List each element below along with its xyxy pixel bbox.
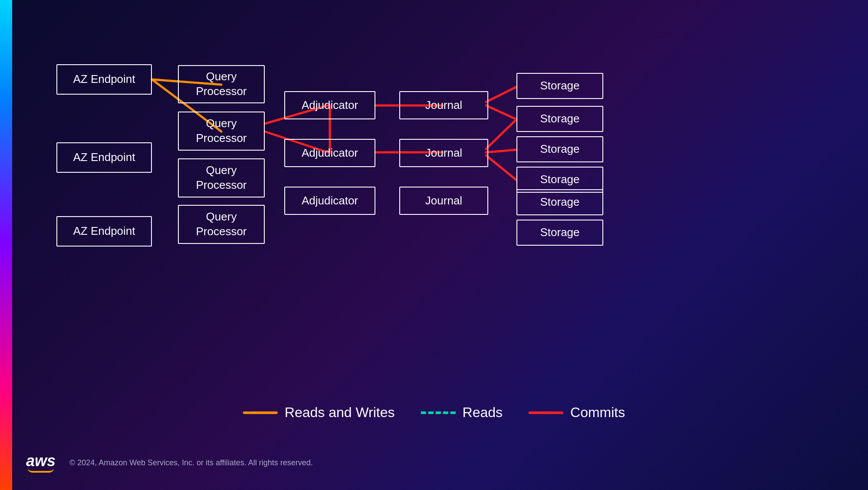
storage-6: Storage xyxy=(516,220,603,246)
reads-label: Reads xyxy=(463,404,503,421)
aws-text: aws xyxy=(26,452,56,470)
journal-2: Journal xyxy=(399,139,488,167)
legend-reads: Reads xyxy=(421,404,503,421)
query-processor-2: QueryProcessor xyxy=(178,112,265,151)
query-processor-4: QueryProcessor xyxy=(178,205,265,244)
legend-reads-writes: Reads and Writes xyxy=(243,404,395,421)
adjudicator-3: Adjudicator xyxy=(284,187,375,215)
az-endpoint-3: AZ Endpoint xyxy=(56,216,152,247)
az-endpoint-2: AZ Endpoint xyxy=(56,142,152,173)
storage-2: Storage xyxy=(516,106,603,132)
commits-line xyxy=(529,411,563,414)
adjudicator-1: Adjudicator xyxy=(284,91,375,119)
journal-1: Journal xyxy=(399,91,488,119)
svg-line-7 xyxy=(486,87,516,102)
az-endpoint-1: AZ Endpoint xyxy=(56,64,152,95)
storage-3: Storage xyxy=(516,136,603,162)
svg-line-8 xyxy=(486,105,516,119)
adjudicator-2: Adjudicator xyxy=(284,139,375,167)
copyright-text: © 2024, Amazon Web Services, Inc. or its… xyxy=(69,458,313,467)
journal-3: Journal xyxy=(399,187,488,215)
svg-line-11 xyxy=(486,155,516,180)
storage-4: Storage xyxy=(516,167,603,193)
reads-line xyxy=(421,411,456,414)
storage-5: Storage xyxy=(516,189,603,215)
aws-logo: aws xyxy=(26,452,56,473)
query-processor-1: QueryProcessor xyxy=(178,65,265,103)
reads-writes-line xyxy=(243,411,278,414)
commits-label: Commits xyxy=(570,404,625,421)
legend: Reads and Writes Reads Commits xyxy=(243,404,625,421)
storage-1: Storage xyxy=(516,73,603,99)
reads-writes-label: Reads and Writes xyxy=(285,404,395,421)
query-processor-3: QueryProcessor xyxy=(178,158,265,197)
left-color-bar xyxy=(0,0,12,490)
svg-line-9 xyxy=(486,119,516,149)
svg-line-10 xyxy=(486,150,516,152)
legend-commits: Commits xyxy=(529,404,625,421)
